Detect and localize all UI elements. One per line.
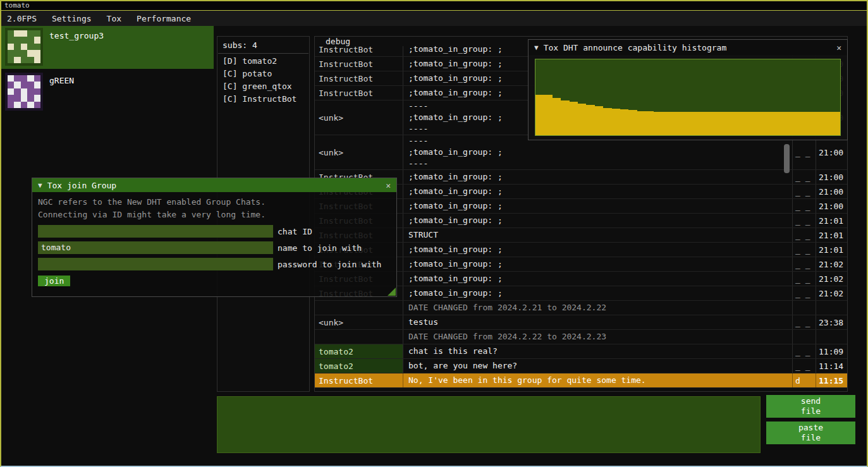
password-to-join-with-input[interactable] [38, 258, 273, 270]
message-cell: testus [403, 315, 793, 329]
send-file-button[interactable]: send file [766, 395, 855, 418]
avatar-pixel [8, 82, 14, 88]
contact-list: test_group3gREEN [1, 26, 214, 114]
avatar-pixel [34, 37, 40, 43]
time-cell: 21:02 [816, 257, 847, 271]
paste-file-button[interactable]: paste file [766, 422, 855, 444]
resize-grip[interactable] [388, 288, 396, 296]
avatar-pixel [8, 30, 14, 37]
join-field-row: tomatoname to join with [38, 241, 391, 254]
menu-performance[interactable]: Performance [129, 14, 199, 23]
histogram-bar [713, 112, 721, 135]
contact-item-test_group3[interactable]: test_group3 [1, 26, 214, 69]
contact-item-gREEN[interactable]: gREEN [1, 71, 214, 114]
histogram-bar [781, 112, 789, 135]
chat-message-row[interactable]: <unk>testus_ _23:38 [315, 315, 847, 330]
avatar-pixel [14, 57, 20, 63]
contact-name: gREEN [49, 76, 74, 85]
member-item-potato[interactable]: [C] potato [217, 68, 309, 80]
histogram-bar [790, 112, 798, 135]
message-line: testus [408, 317, 792, 328]
menu-tox[interactable]: Tox [99, 14, 129, 23]
message-input[interactable] [217, 396, 761, 453]
join-fields: chat IDtomatoname to join withpassword t… [38, 225, 391, 270]
time-cell: 21:01 [816, 243, 847, 257]
chat-message-row[interactable]: tomato2chat is this real?_ _11:09 [315, 344, 847, 359]
sender-cell: InstructBot [315, 373, 403, 387]
member-item-green_qtox[interactable]: [C] green_qtox [217, 80, 309, 93]
message-cell: No, I've been in this group for quite so… [403, 373, 793, 387]
message-cell: DATE CHANGED from 2024.2.22 to 2024.2.23 [403, 330, 793, 344]
avatar-pixel [34, 95, 40, 101]
avatar-pixel [27, 102, 34, 108]
date-separator-row: DATE CHANGED from 2024.2.22 to 2024.2.23 [315, 330, 847, 344]
time-cell: 11:09 [816, 344, 847, 358]
avatar-pixel [27, 95, 34, 101]
date-changed-text: DATE CHANGED from 2024.2.22 to 2024.2.23 [408, 331, 792, 343]
menu-settings[interactable]: Settings [44, 14, 99, 23]
histogram-bar [553, 98, 561, 135]
window-title: tomato [4, 1, 30, 9]
join-group-window: ▼ Tox join Group ✕ NGC refers to the New… [32, 178, 397, 297]
message-line: ;tomato_in_group: ; [408, 171, 792, 183]
fps-counter: 2.0FPS [1, 14, 44, 23]
time-cell: 21:00 [816, 135, 847, 169]
message-cell: STRUCT [403, 228, 793, 242]
histogram-bar [612, 109, 620, 135]
member-item-InstructBot[interactable]: [C] InstructBot [217, 93, 309, 106]
avatar-pixel [14, 75, 20, 82]
collapse-arrow-icon[interactable]: ▼ [38, 181, 42, 190]
message-cell: ;tomato_in_group: ; [403, 199, 793, 213]
histogram-bar [738, 112, 747, 135]
status-cell: _ _ [793, 214, 816, 227]
message-line: ;tomato_in_group: ; [408, 147, 792, 158]
histogram-bar [773, 112, 781, 135]
message-cell: ;tomato_in_group: ; [403, 243, 793, 257]
message-line: ---- [408, 158, 792, 169]
message-cell: ;tomato_in_group: ; [403, 214, 793, 227]
histogram-bar [620, 109, 628, 135]
histogram-bars [535, 59, 840, 135]
histogram-bar [807, 112, 815, 135]
close-icon[interactable]: ✕ [836, 43, 841, 52]
avatar-pixel [27, 30, 34, 37]
avatar-pixel [14, 44, 20, 50]
chat-message-row[interactable]: <unk>----;tomato_in_group: ;----_ _21:00 [315, 135, 847, 170]
join-field-row: chat ID [38, 225, 391, 238]
member-item-tomato2[interactable]: [D] tomato2 [217, 55, 309, 68]
status-cell: d [793, 373, 816, 387]
chat-message-row[interactable]: tomato2bot, are you new here?_ _11:14 [315, 359, 847, 373]
chat-ID-input[interactable] [38, 225, 273, 238]
time-cell [816, 301, 847, 315]
avatar-pixel [8, 88, 14, 95]
chat-scrollbar-thumb[interactable] [784, 144, 790, 173]
join-info-line: Connecting via ID might take a very long… [38, 209, 391, 221]
sender-cell: InstructBot [315, 46, 403, 56]
collapse-arrow-icon[interactable]: ▼ [534, 44, 539, 52]
field-label: chat ID [278, 227, 312, 236]
message-line: ;tomato_in_group: ; [408, 244, 792, 255]
join-button[interactable]: join [38, 276, 70, 286]
avatar-pixel [14, 88, 20, 95]
avatar-pixel [8, 75, 14, 82]
time-cell: 21:01 [816, 228, 847, 242]
sender-cell: InstructBot [315, 57, 403, 71]
avatar-pixel [14, 82, 20, 88]
chat-message-row[interactable]: InstructBotNo, I've been in this group f… [315, 373, 847, 388]
time-cell: 21:01 [816, 214, 847, 227]
sender-cell: tomato2 [315, 344, 403, 358]
join-window-body: NGC refers to the New DHT enabled Group … [32, 192, 396, 290]
time-cell: 21:02 [816, 286, 847, 300]
histogram-bar [755, 112, 764, 135]
close-icon[interactable]: ✕ [386, 181, 391, 190]
status-cell: _ _ [793, 135, 816, 169]
tab-debug[interactable]: debug [326, 37, 350, 46]
time-cell: 11:14 [816, 359, 847, 373]
avatar-pixel [34, 75, 40, 82]
avatar-pixel [21, 30, 27, 37]
name-to-join-with-input[interactable]: tomato [38, 241, 273, 254]
time-cell: 23:38 [816, 315, 847, 329]
histogram-bar [637, 111, 645, 135]
histogram-bar [603, 108, 611, 135]
contact-avatar-icon [5, 28, 43, 66]
